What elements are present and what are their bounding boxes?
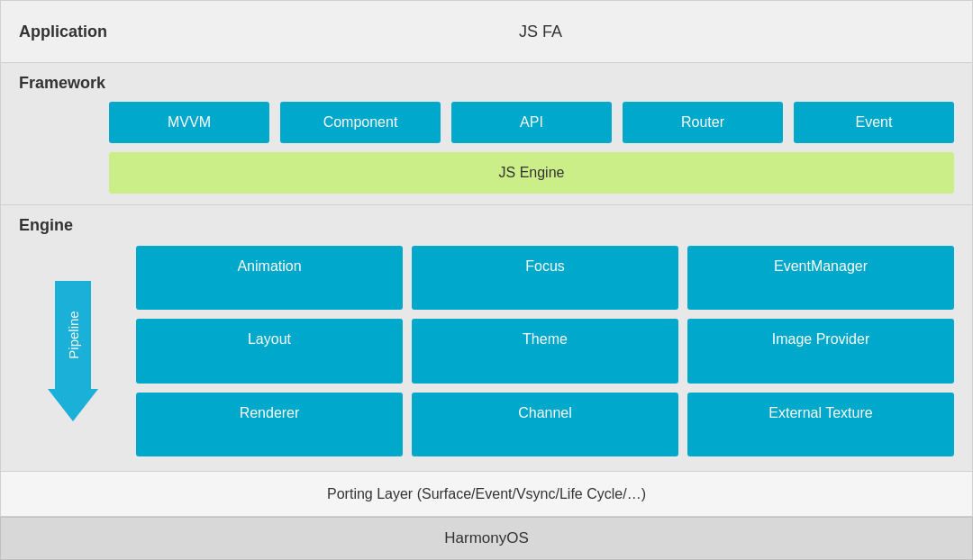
porting-label: Porting Layer (Surface/Event/Vsync/Life … <box>327 486 646 502</box>
framework-label: Framework <box>19 74 954 93</box>
layer-engine: Engine Pipeline Animation Focus EventMan… <box>0 205 973 472</box>
layer-porting: Porting Layer (Surface/Event/Vsync/Life … <box>0 472 973 517</box>
application-label: Application <box>19 23 127 41</box>
pipeline-line: Pipeline <box>55 281 91 389</box>
application-center-text: JS FA <box>127 23 954 41</box>
framework-box-mvvm: MVVM <box>109 102 269 143</box>
pipeline-arrow: Pipeline <box>48 281 98 421</box>
framework-box-component: Component <box>280 102 441 143</box>
engine-box-externaltexture: External Texture <box>687 393 954 456</box>
engine-box-channel: Channel <box>412 393 678 456</box>
framework-box-router: Router <box>623 102 783 143</box>
engine-box-renderer: Renderer <box>136 393 403 456</box>
engine-box-layout: Layout <box>136 319 403 383</box>
layer-application: Application JS FA <box>0 0 973 63</box>
engine-box-focus: Focus <box>412 246 678 310</box>
diagram-container: Application JS FA Framework MVVM Compone… <box>0 0 973 560</box>
engine-box-eventmanager: EventManager <box>687 246 954 310</box>
harmonyos-label: HarmonyOS <box>444 529 529 547</box>
pipeline-col: Pipeline <box>19 242 127 460</box>
framework-box-api: API <box>451 102 612 143</box>
layer-framework: Framework MVVM Component API Router Even… <box>0 63 973 205</box>
engine-grid: Animation Focus EventManager Layout Them… <box>127 242 954 460</box>
engine-box-imageprovider: Image Provider <box>687 319 954 383</box>
js-engine-row: JS Engine <box>19 152 954 194</box>
pipeline-label: Pipeline <box>66 311 81 358</box>
engine-label: Engine <box>19 216 954 235</box>
engine-box-theme: Theme <box>412 319 678 383</box>
framework-box-event: Event <box>794 102 954 143</box>
framework-boxes-row: MVVM Component API Router Event <box>19 102 954 143</box>
engine-box-animation: Animation <box>136 246 403 310</box>
engine-content: Pipeline Animation Focus EventManager La… <box>19 242 954 460</box>
layer-harmonyos: HarmonyOS <box>0 517 973 560</box>
pipeline-arrowhead <box>48 389 98 421</box>
js-engine-box: JS Engine <box>109 152 954 194</box>
